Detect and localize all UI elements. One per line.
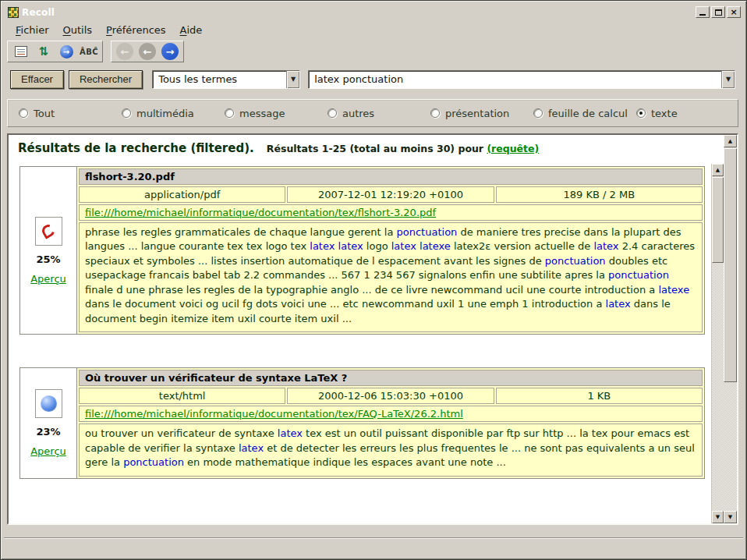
result-side-panel: 23% Aperçu [20, 368, 76, 477]
relevance-percent: 23% [36, 426, 60, 438]
filter-radio-autres[interactable]: autres [327, 108, 430, 119]
search-mode-dropdown-button[interactable]: ▼ [286, 71, 299, 88]
radio-icon [636, 108, 646, 118]
result-date: 2007-12-01 12:19:20 +0100 [287, 186, 494, 203]
pdf-swirl-glyph [40, 222, 57, 239]
filter-label: Tout [34, 108, 55, 119]
result-item: 25% Aperçu flshort-3.20.pdf application/… [19, 166, 705, 335]
preview-link[interactable]: Aperçu [30, 273, 66, 285]
result-abstract: phrase les regles grammaticales de chaqu… [79, 222, 703, 332]
prev-page-icon: ← [139, 43, 156, 60]
result-meta-row: application/pdf 2007-12-01 12:19:20 +010… [79, 186, 703, 203]
category-filter-bar: Tout multimédia message autres présentat… [7, 99, 738, 127]
globe-icon [41, 395, 57, 412]
minimize-button[interactable] [696, 6, 710, 18]
result-url-row: file:///home/michael/informatique/docume… [79, 406, 703, 422]
results-summary: Résultats 1-25 (total au moins 30) pour … [267, 143, 539, 154]
term-explorer-button[interactable]: ÂBĈ [79, 42, 99, 61]
filter-radio-tout[interactable]: Tout [19, 108, 122, 119]
query-history-dropdown-button[interactable]: ▼ [721, 71, 735, 88]
result-mime: text/html [79, 388, 285, 404]
filter-label: autres [342, 108, 374, 119]
chevron-down-icon: ▼ [291, 76, 296, 83]
scroll-down-icon: ▼ [728, 514, 732, 520]
globe-arrow-icon: → [60, 45, 73, 58]
filter-radio-multimedia[interactable]: multimédia [122, 108, 225, 119]
first-page-icon: ← [116, 43, 133, 60]
scroll-up-button[interactable]: ▲ [724, 135, 737, 147]
result-abstract: ou trouver un verificateur de syntaxe la… [79, 424, 703, 476]
clear-button[interactable]: Effacer [10, 70, 64, 89]
results-list: Résultats de la recherche (filtered). Ré… [9, 135, 710, 523]
result-table: flshort-3.20.pdf application/pdf 2007-12… [76, 167, 704, 334]
search-mode-value: Tous les termes [153, 71, 286, 88]
next-page-button[interactable]: → [160, 42, 180, 61]
close-icon: × [730, 8, 737, 16]
index-update-button[interactable]: ⇅ [34, 42, 54, 61]
next-page-icon: → [161, 43, 179, 60]
filter-label: présentation [445, 108, 509, 119]
scroll-down-button[interactable]: ▼ [712, 511, 724, 523]
filter-radio-texte[interactable]: texte [636, 108, 678, 119]
filter-label: feuille de calcul [548, 108, 628, 119]
radio-icon [430, 108, 440, 118]
scrollbar-thumb[interactable] [724, 148, 737, 382]
clear-search-icon [15, 46, 27, 57]
result-url-link[interactable]: file:///home/michael/informatique/docume… [85, 408, 463, 420]
result-url-link[interactable]: file:///home/michael/informatique/docume… [85, 207, 436, 218]
result-filename: Où trouver un vérificateur de syntaxe La… [79, 370, 703, 386]
preview-link[interactable]: Aperçu [30, 445, 66, 457]
menu-outils[interactable]: Outils [56, 23, 100, 37]
radio-icon [327, 108, 337, 118]
filter-radio-presentation[interactable]: présentation [430, 108, 533, 119]
result-filename: flshort-3.20.pdf [79, 168, 703, 185]
result-meta-row: text/html 2000-12-06 15:03:30 +0100 1 KB [79, 388, 703, 404]
term-explorer-icon: ÂBĈ [80, 48, 98, 56]
pane-scrollbar[interactable]: ▲ ▼ [724, 135, 737, 523]
app-icon [8, 7, 19, 18]
radio-icon [19, 108, 28, 118]
clear-search-button[interactable] [11, 42, 31, 61]
search-button[interactable]: Rechercher [69, 70, 143, 89]
scrollbar-thumb[interactable] [712, 177, 724, 263]
menu-fichier[interactable]: Fichier [9, 23, 56, 37]
filter-radio-feuille-de-calcul[interactable]: feuille de calcul [533, 108, 636, 119]
maximize-button[interactable] [711, 6, 725, 18]
toolbar-group-main: ⇅ → ÂBĈ [7, 41, 103, 62]
query-input-value[interactable]: latex ponctuation [309, 71, 721, 88]
window-titlebar[interactable]: Recoll × [4, 4, 743, 20]
toolbar: ⇅ → ÂBĈ ← ← → [7, 40, 192, 63]
scroll-down-icon: ▼ [716, 514, 720, 520]
menu-aide[interactable]: Aide [173, 23, 210, 37]
scroll-down-button[interactable]: ▼ [724, 511, 737, 523]
result-date: 2000-12-06 15:03:30 +0100 [287, 388, 494, 404]
query-details-link[interactable]: (requête) [487, 143, 539, 154]
toolbar-group-nav: ← ← → [111, 41, 184, 62]
results-pane: Résultats de la recherche (filtered). Ré… [7, 133, 738, 525]
filter-label: texte [651, 108, 678, 119]
minimize-icon [699, 14, 706, 16]
query-input[interactable]: latex ponctuation ▼ [308, 70, 735, 89]
filter-label: message [239, 108, 285, 119]
results-title: Résultats de la recherche (filtered). [18, 141, 254, 155]
menu-preferences[interactable]: Préférences [99, 23, 172, 37]
scroll-up-icon: ▲ [728, 138, 732, 144]
result-size: 1 KB [496, 388, 703, 404]
recoll-window: Recoll × Fichier Outils Préférences Aide… [0, 0, 747, 560]
chevron-down-icon: ▼ [726, 76, 731, 83]
status-bar [4, 537, 743, 556]
radio-icon [122, 108, 131, 118]
results-list-scrollbar[interactable]: ▲ ▼ [711, 164, 724, 523]
radio-icon [225, 108, 234, 118]
search-mode-select[interactable]: Tous les termes ▼ [152, 70, 300, 89]
query-details-button[interactable]: → [56, 42, 76, 61]
first-page-button[interactable]: ← [115, 42, 135, 61]
result-mime: application/pdf [79, 186, 285, 203]
prev-page-button[interactable]: ← [137, 42, 158, 61]
filter-radio-message[interactable]: message [225, 108, 327, 119]
window-title: Recoll [22, 7, 694, 18]
result-size: 189 KB / 2 MB [496, 186, 703, 203]
close-button[interactable]: × [727, 6, 741, 18]
index-update-icon: ⇅ [39, 46, 49, 58]
scroll-up-button[interactable]: ▲ [712, 164, 724, 176]
